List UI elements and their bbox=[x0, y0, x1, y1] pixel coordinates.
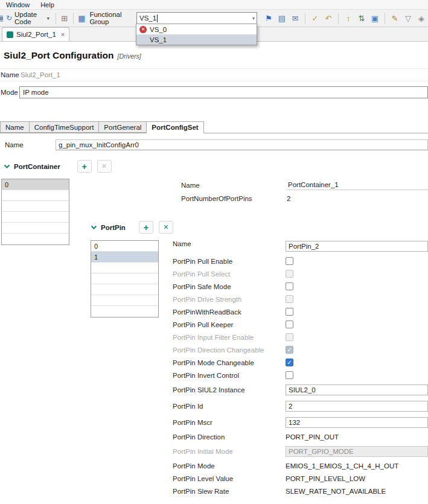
mode-value: IP mode bbox=[23, 89, 49, 96]
functional-group-icon[interactable]: ▦ bbox=[77, 12, 86, 24]
menu-item-help[interactable]: Help bbox=[40, 1, 54, 8]
revert-icon[interactable]: ↶ bbox=[322, 12, 334, 24]
menu-item-window[interactable]: Window bbox=[6, 1, 30, 8]
portpin-pull-enable-checkbox[interactable] bbox=[286, 257, 293, 265]
portpin-slew-rate-row: PortPin Slew RateSLEW_RATE_NOT_AVAILABLE bbox=[173, 485, 428, 497]
portpin-safe-mode-row: PortPin Safe Mode bbox=[173, 280, 428, 293]
tab-portconfigset[interactable]: PortConfigSet bbox=[146, 121, 203, 133]
functional-group-combo-wrap: VS_1 ▾ ✕VS_0VS_1 bbox=[136, 12, 257, 24]
validate-icon[interactable]: ✓ bbox=[309, 12, 321, 24]
tab-portgeneral[interactable]: PortGeneral bbox=[98, 121, 146, 133]
portcontainer-name-field[interactable]: PortContainer_1 bbox=[287, 180, 428, 190]
close-icon[interactable]: × bbox=[61, 31, 65, 38]
toolbar-separator bbox=[385, 13, 385, 24]
functional-group-combobox[interactable]: VS_1 ▾ bbox=[136, 12, 257, 24]
update-code-icon: ↻ bbox=[6, 14, 12, 22]
portpin-mode-changeable-checkbox[interactable]: ✓ bbox=[286, 359, 293, 366]
pin-icon[interactable]: ◈ bbox=[415, 12, 427, 24]
portpin-title: PortPin bbox=[101, 224, 126, 231]
editor-tab-label: Siul2_Port_1 bbox=[16, 31, 56, 38]
portpin-direction-label: PortPin Direction bbox=[173, 433, 286, 441]
portcontainer-collapse-icon[interactable] bbox=[4, 163, 10, 170]
portpin-initial-mode-field: PORT_GPIO_MODE bbox=[286, 446, 428, 457]
component-name-row: Name Siul2_Port_1 bbox=[0, 68, 428, 81]
portpin-list: 01 bbox=[91, 240, 159, 317]
toolbar-right-icons: ⚑▤✉✓↶↑⇅▣✎▽◈ bbox=[262, 12, 428, 24]
portpin-siul2-instance-field[interactable]: SIUL2_0 bbox=[286, 384, 428, 395]
menu-bar: WindowHelp bbox=[0, 0, 428, 9]
portpin-input-filter-enable-checkbox bbox=[286, 333, 293, 341]
portpin-safe-mode-label: PortPin Safe Mode bbox=[173, 283, 286, 290]
portpin-pull-keeper-checkbox[interactable] bbox=[286, 321, 293, 328]
portpin-delete-button[interactable]: × bbox=[159, 221, 173, 234]
portpin-direction-value: PORT_PIN_OUT bbox=[286, 433, 428, 441]
portpinwithreadback-checkbox[interactable] bbox=[286, 308, 293, 316]
update-code-button[interactable]: ↻ Update Code ▾ bbox=[3, 10, 53, 27]
portcontainer-pins-label: PortNumberOfPortPins bbox=[181, 195, 287, 202]
combo-arrow-icon[interactable]: ▾ bbox=[252, 16, 255, 21]
list-item bbox=[91, 284, 158, 295]
portpin-mode-changeable-label: PortPin Mode Changeable bbox=[173, 359, 286, 366]
toolbar-separator bbox=[305, 13, 305, 24]
portpin-direction-row: PortPin DirectionPORT_PIN_OUT bbox=[173, 430, 428, 443]
config-name-label: Name bbox=[0, 141, 56, 148]
portpin-direction-changeable-row: PortPin Direction Changeable✓ bbox=[173, 343, 428, 356]
comment-icon[interactable]: ✉ bbox=[289, 12, 301, 24]
name-field[interactable]: PortPin_2 bbox=[286, 241, 428, 252]
mode-row: Mode IP mode bbox=[0, 86, 428, 98]
mode-combobox[interactable]: IP mode bbox=[19, 86, 428, 98]
console-icon[interactable]: ▣ bbox=[369, 12, 381, 24]
list-item[interactable]: 1 bbox=[91, 252, 158, 263]
portpin-direction-changeable-label: PortPin Direction Changeable bbox=[173, 346, 286, 354]
portpin-siul2-instance-label: PortPin SIUL2 Instance bbox=[173, 386, 286, 394]
portpin-direction-changeable-checkbox: ✓ bbox=[286, 346, 293, 354]
copy-config-icon[interactable]: ⊞ bbox=[60, 12, 69, 24]
portpin-collapse-icon[interactable] bbox=[91, 224, 97, 231]
portpin-invert-control-label: PortPin Invert Control bbox=[173, 372, 286, 379]
portpin-body: 01 NamePortPin_2PortPin Pull EnablePortP… bbox=[91, 240, 428, 497]
portpin-header: PortPin + × bbox=[91, 221, 428, 234]
portcontainer-name-label: Name bbox=[181, 182, 287, 189]
portpin-level-value-row: PortPin Level ValuePORT_PIN_LEVEL_LOW bbox=[173, 472, 428, 485]
portpin-mode-label: PortPin Mode bbox=[173, 462, 286, 470]
portpin-siul2-instance-row: PortPin SIUL2 InstanceSIUL2_0 bbox=[173, 381, 428, 398]
portpin-slew-rate-value: SLEW_RATE_NOT_AVAILABLE bbox=[286, 488, 428, 495]
dropdown-option-vs-1[interactable]: VS_1 bbox=[136, 34, 257, 45]
portpin-initial-mode-label: PortPin Initial Mode bbox=[173, 448, 286, 455]
portpin-add-button[interactable]: + bbox=[139, 221, 153, 234]
edit-settings-icon[interactable]: ✎ bbox=[389, 12, 401, 24]
toolbar-separator bbox=[73, 13, 74, 24]
tab-configtimesupport[interactable]: ConfigTimeSupport bbox=[29, 121, 99, 133]
portpin-pull-select-row: PortPin Pull Select bbox=[173, 267, 428, 280]
functional-group-dropdown: ✕VS_0VS_1 bbox=[136, 24, 257, 45]
portpin-level-value-label: PortPin Level Value bbox=[173, 475, 286, 482]
dropdown-option-label: VS_0 bbox=[150, 26, 167, 33]
portcontainer-add-button[interactable]: + bbox=[77, 160, 92, 173]
portpin-initial-mode-row: PortPin Initial ModePORT_GPIO_MODE bbox=[173, 443, 428, 459]
dropdown-option-vs-0[interactable]: ✕VS_0 bbox=[136, 24, 257, 34]
portpin-id-field[interactable]: 2 bbox=[286, 401, 428, 412]
tab-name[interactable]: Name bbox=[0, 121, 29, 133]
config-tab-bar: NameConfigTimeSupportPortGeneralPortConf… bbox=[0, 121, 428, 133]
sort-icon[interactable]: ⇅ bbox=[356, 12, 368, 24]
generate-icon[interactable]: ↑ bbox=[342, 12, 354, 24]
portcontainer-delete-button: × bbox=[97, 160, 112, 173]
portpin-mscr-row: PortPin Mscr132 bbox=[173, 414, 428, 430]
portpin-invert-control-checkbox[interactable] bbox=[286, 371, 293, 379]
portpin-mscr-field[interactable]: 132 bbox=[286, 417, 428, 428]
log-icon[interactable]: ▤ bbox=[276, 12, 288, 24]
config-name-row: Name g_pin_mux_InitConfigArr0 bbox=[0, 139, 428, 150]
editor-tab-siul2-port-1[interactable]: Siul2_Port_1 × bbox=[2, 27, 69, 41]
portcontainer-pins-row: PortNumberOfPortPins 2 bbox=[181, 192, 428, 205]
list-item bbox=[2, 190, 69, 201]
portpin-safe-mode-checkbox[interactable] bbox=[286, 282, 293, 290]
list-item[interactable]: 0 bbox=[91, 241, 158, 252]
portpin-pull-enable-row: PortPin Pull Enable bbox=[173, 255, 428, 267]
page-title: Siul2_Port Configuration bbox=[4, 50, 114, 61]
config-name-field[interactable]: g_pin_mux_InitConfigArr0 bbox=[56, 139, 428, 150]
filter-icon[interactable]: ▽ bbox=[402, 12, 414, 24]
list-item bbox=[91, 273, 158, 284]
list-item[interactable]: 0 bbox=[2, 179, 69, 190]
portpin-drive-strength-checkbox bbox=[286, 295, 293, 303]
flag-icon[interactable]: ⚑ bbox=[263, 12, 275, 24]
